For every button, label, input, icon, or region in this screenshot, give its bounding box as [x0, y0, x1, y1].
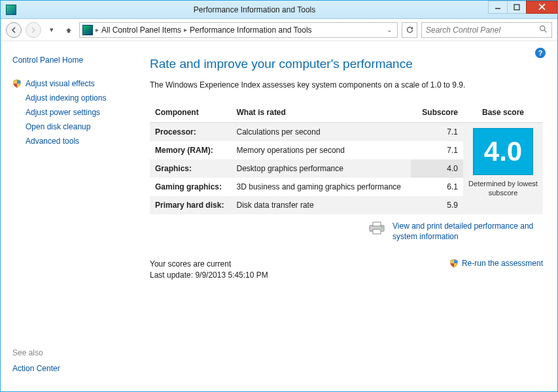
base-score-caption: Determined by lowest subscore	[468, 179, 538, 198]
score-table: Component What is rated Subscore Base sc…	[150, 104, 543, 214]
cell-subscore: 6.1	[411, 178, 463, 196]
sidebar-link-indexing[interactable]: Adjust indexing options	[12, 91, 131, 105]
status-current: Your scores are current	[150, 259, 268, 270]
up-button[interactable]	[62, 24, 75, 37]
svg-line-5	[544, 30, 546, 32]
base-score-box: 4.0	[473, 128, 533, 175]
status-row: Your scores are current Last update: 9/9…	[150, 259, 543, 281]
back-button[interactable]	[6, 22, 22, 38]
cell-subscore: 4.0	[411, 159, 463, 178]
refresh-button[interactable]	[402, 22, 417, 38]
cell-component: Primary hard disk:	[150, 196, 232, 214]
cell-subscore: 7.1	[411, 123, 463, 142]
page-title: Rate and improve your computer's perform…	[150, 57, 543, 71]
status-text: Your scores are current Last update: 9/9…	[150, 259, 268, 281]
sidebar: Control Panel Home Adjust visual effects…	[1, 41, 138, 391]
address-bar[interactable]: ▸ All Control Panel Items ▸ Performance …	[79, 22, 398, 38]
see-also-label: See also	[12, 348, 131, 361]
forward-button[interactable]	[26, 22, 41, 38]
detail-link[interactable]: View and print detailed performance and …	[392, 221, 543, 242]
shield-icon	[449, 259, 459, 268]
cell-component: Graphics:	[150, 159, 232, 178]
col-basescore: Base score	[463, 104, 543, 123]
sidebar-task: Adjust visual effects	[12, 76, 131, 91]
sidebar-link-visual-effects[interactable]: Adjust visual effects	[26, 76, 95, 91]
chevron-right-icon[interactable]: ▸	[96, 26, 99, 33]
svg-point-9	[381, 227, 383, 228]
cell-rated: Desktop graphics performance	[232, 159, 411, 178]
col-subscore: Subscore	[411, 104, 463, 123]
sidebar-link-cleanup[interactable]: Open disk cleanup	[12, 120, 131, 134]
sidebar-home-link[interactable]: Control Panel Home	[12, 53, 131, 67]
breadcrumb-item-perf[interactable]: Performance Information and Tools	[190, 25, 312, 35]
cell-rated: 3D business and gaming graphics performa…	[232, 178, 411, 196]
printer-icon	[368, 221, 386, 235]
sidebar-link-advanced[interactable]: Advanced tools	[12, 134, 131, 148]
title-bar: Performance Information and Tools	[1, 1, 557, 19]
table-row: Processor:Calculations per second7.14.0D…	[150, 123, 543, 142]
control-panel-icon	[82, 25, 93, 35]
rerun-label: Re-run the assessment	[462, 259, 543, 268]
maximize-button[interactable]	[507, 1, 527, 14]
close-button[interactable]	[526, 1, 557, 14]
status-updated: Last update: 9/9/2013 5:45:10 PM	[150, 270, 268, 281]
cell-subscore: 5.9	[411, 196, 463, 214]
cell-subscore: 7.1	[411, 141, 463, 159]
cell-rated: Memory operations per second	[232, 141, 411, 159]
chevron-right-icon[interactable]: ▸	[184, 26, 187, 33]
help-icon[interactable]: ?	[535, 48, 546, 58]
rerun-link[interactable]: Re-run the assessment	[449, 259, 543, 268]
cell-rated: Disk data transfer rate	[232, 196, 411, 214]
intro-text: The Windows Experience Index assesses ke…	[150, 80, 543, 90]
breadcrumb-item-all[interactable]: All Control Panel Items	[101, 25, 181, 35]
recent-dropdown-icon[interactable]: ▾	[45, 24, 58, 37]
content-body: Control Panel Home Adjust visual effects…	[1, 41, 557, 391]
sidebar-link-action-center[interactable]: Action Center	[12, 361, 131, 385]
cell-component: Gaming graphics:	[150, 178, 232, 196]
window-title: Performance Information and Tools	[20, 5, 489, 14]
svg-rect-7	[373, 222, 381, 226]
cell-component: Memory (RAM):	[150, 141, 232, 159]
cell-component: Processor:	[150, 123, 232, 142]
search-input[interactable]	[426, 25, 539, 35]
detail-link-row: View and print detailed performance and …	[150, 221, 543, 242]
col-rated: What is rated	[232, 104, 411, 123]
app-icon	[6, 5, 16, 15]
svg-point-4	[540, 25, 545, 30]
search-box[interactable]	[421, 22, 552, 38]
search-icon[interactable]	[539, 25, 548, 35]
sidebar-link-power[interactable]: Adjust power settings	[12, 105, 131, 120]
main-panel: ? Rate and improve your computer's perfo…	[138, 41, 557, 391]
shield-icon	[12, 79, 22, 88]
address-dropdown-icon[interactable]: ⌄	[384, 26, 394, 33]
svg-rect-8	[373, 229, 381, 234]
svg-rect-1	[514, 5, 519, 10]
minimize-button[interactable]	[488, 1, 508, 14]
window-controls	[489, 1, 557, 15]
cell-rated: Calculations per second	[232, 123, 411, 142]
col-component: Component	[150, 104, 232, 123]
cell-basescore: 4.0Determined by lowest subscore	[463, 123, 543, 215]
nav-bar: ▾ ▸ All Control Panel Items ▸ Performanc…	[1, 19, 557, 41]
